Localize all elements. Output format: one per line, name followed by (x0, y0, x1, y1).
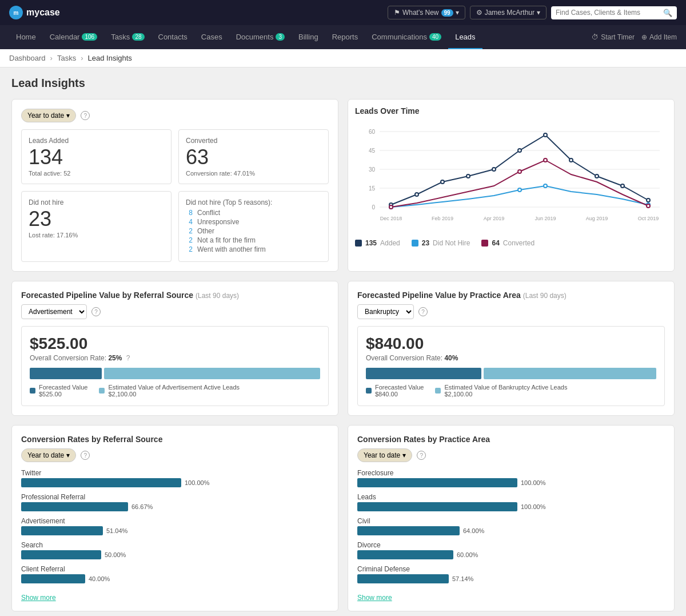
bar-legend-forecasted: Forecasted Value $525.00 (30, 384, 87, 398)
search-input[interactable] (556, 9, 660, 17)
legend-added-label: Added (380, 239, 400, 247)
whats-new-button[interactable]: ⚑ What's New 99 ▾ (388, 6, 465, 19)
conv-bar-proref (21, 502, 128, 511)
chevron-down-icon: ▾ (537, 9, 540, 17)
pipeline-referral-value: $525.00 (30, 335, 320, 353)
nav-item-calendar[interactable]: Calendar 106 (43, 25, 104, 49)
svg-point-32 (518, 170, 521, 173)
conversion-practice-filter-btn[interactable]: Year to date ▾ (357, 448, 412, 462)
nav-item-reports[interactable]: Reports (325, 25, 365, 49)
pipeline-practice-bar-light (484, 368, 656, 379)
svg-text:Jun 2019: Jun 2019 (535, 216, 556, 221)
bar-legend-forecasted-label: Forecasted Value (39, 384, 87, 391)
conv-filter-label: Year to date (27, 451, 64, 459)
svg-point-28 (518, 188, 521, 192)
year-to-date-filter[interactable]: Year to date ▾ (21, 109, 76, 122)
bar-legend-practice-estimated-color (435, 388, 441, 394)
page-content: Lead Insights Year to date ▾ ? Leads Add… (0, 67, 686, 616)
user-menu-button[interactable]: ⚙ James McArthur ▾ (470, 6, 547, 19)
reason-row-5: 2 Went with another firm (186, 245, 321, 253)
search-bar[interactable]: 🔍 (551, 6, 677, 19)
nav-item-tasks[interactable]: Tasks 28 (104, 25, 151, 49)
conversion-practice-help[interactable]: ? (417, 451, 426, 460)
pipeline-referral-help[interactable]: ? (91, 307, 101, 316)
breadcrumb-dashboard[interactable]: Dashboard (9, 54, 46, 62)
conv-practice-bar-criminal: Criminal Defense 57.14% (357, 565, 665, 583)
pipeline-practice-bar-row (366, 368, 656, 379)
svg-point-21 (518, 149, 521, 152)
pipeline-referral-select[interactable]: Advertisement (21, 304, 87, 319)
stats-grid: Leads Added 134 Total active: 52 Convert… (21, 129, 329, 262)
breadcrumb-separator2: › (81, 54, 83, 62)
pipeline-referral-bar-legend: Forecasted Value $525.00 Estimated Value… (30, 384, 320, 398)
gear-icon: ⚙ (476, 9, 482, 17)
svg-point-17 (415, 193, 418, 196)
nav-item-leads[interactable]: Leads (448, 25, 482, 49)
conv-bar-client (21, 574, 85, 583)
show-more-practice[interactable]: Show more (357, 594, 392, 602)
legend-didnothire-value: 23 (422, 239, 429, 247)
leads-added-box: Leads Added 134 Total active: 52 (21, 129, 172, 184)
svg-point-26 (647, 198, 650, 202)
bar-legend-practice-forecasted-color (366, 388, 372, 394)
pipeline-practice-help[interactable]: ? (418, 307, 428, 316)
pipeline-referral-title: Forecasted Pipeline Value by Referral So… (21, 291, 329, 300)
conversion-referral-help[interactable]: ? (81, 451, 90, 460)
svg-text:Apr 2019: Apr 2019 (484, 216, 505, 221)
pipeline-practice-bar-dark (366, 368, 481, 379)
nav-item-contacts[interactable]: Contacts (151, 25, 194, 49)
conv-bar-twitter (21, 478, 181, 487)
bar-legend-estimated-value: $2,100.00 (108, 391, 240, 398)
nav-item-documents[interactable]: Documents 3 (229, 25, 292, 49)
bar-legend-estimated-color (99, 388, 105, 394)
nav-item-home[interactable]: Home (9, 25, 43, 49)
conversion-referral-card: Conversion Rates by Referral Source Year… (11, 425, 338, 611)
reason-count-3: 2 (186, 227, 193, 235)
pipeline-practice-bars (366, 368, 656, 379)
breadcrumb-tasks[interactable]: Tasks (57, 54, 76, 62)
logo: m mycase (9, 6, 60, 19)
start-timer-button[interactable]: ⏱ Start Timer (592, 33, 635, 41)
svg-text:Oct 2019: Oct 2019 (638, 216, 659, 221)
leads-chart-svg: 60 45 30 15 0 Dec 2018 Feb 2019 Apr 2019… (355, 120, 667, 235)
stats-help-icon[interactable]: ? (81, 111, 90, 120)
pipeline-referral-bar-row (30, 368, 320, 379)
conv-bar-advertisement (21, 526, 103, 535)
conv-practice-filter-chevron: ▾ (402, 451, 406, 459)
show-more-referral[interactable]: Show more (21, 594, 56, 602)
documents-badge: 3 (276, 33, 285, 41)
pipeline-practice-title: Forecasted Pipeline Value by Practice Ar… (357, 291, 665, 300)
bar-legend-practice-forecasted-label: Forecasted Value (375, 384, 424, 391)
top-reasons-box: Did not hire (Top 5 reasons): 8 Conflict… (178, 191, 329, 262)
top-nav: m mycase ⚑ What's New 99 ▾ ⚙ James McArt… (0, 0, 686, 25)
nav-item-communications[interactable]: Communications 40 (365, 25, 448, 49)
reason-text-3: Other (197, 227, 214, 235)
bar-legend-practice-forecasted-value: $840.00 (375, 391, 424, 398)
bar-legend-practice-estimated-value: $2,100.00 (444, 391, 567, 398)
svg-text:0: 0 (372, 204, 375, 210)
nav-item-cases[interactable]: Cases (194, 25, 229, 49)
pipeline-referral-help2[interactable]: ? (126, 354, 130, 362)
whats-new-label: What's New (402, 9, 439, 17)
conversion-referral-filter-btn[interactable]: Year to date ▾ (21, 448, 76, 462)
conversion-practice-title: Conversion Rates by Practice Area (357, 435, 665, 444)
reasons-list: 8 Conflict 4 Unresponsive 2 Other 2 (186, 209, 321, 253)
chart-title: Leads Over Time (355, 106, 667, 116)
nav-item-billing[interactable]: Billing (292, 25, 325, 49)
conv-referral-bar-advertisement: Advertisement 51.04% (21, 517, 329, 535)
conversion-practice-card: Conversion Rates by Practice Area Year t… (348, 425, 675, 611)
conv-referral-bar-twitter: Twitter 100.00% (21, 469, 329, 487)
conv-practice-bar-civil: Civil 64.00% (357, 517, 665, 535)
legend-added-value: 135 (365, 239, 377, 247)
conv-bar-foreclosure (357, 478, 517, 487)
pipeline-practice-select[interactable]: Bankruptcy (357, 304, 414, 319)
bar-legend-practice-estimated-label: Estimated Value of Bankruptcy Active Lea… (444, 384, 567, 391)
reason-count-1: 8 (186, 209, 193, 217)
reason-text-1: Conflict (197, 209, 220, 217)
bar-legend-practice-forecasted: Forecasted Value $840.00 (366, 384, 424, 398)
add-item-button[interactable]: ⊕ Add Item (641, 33, 677, 41)
pipeline-referral-bar-dark (30, 368, 102, 379)
leads-added-label: Leads Added (29, 137, 164, 145)
filter-chevron: ▾ (66, 112, 70, 120)
reason-text-5: Went with another firm (197, 245, 266, 253)
